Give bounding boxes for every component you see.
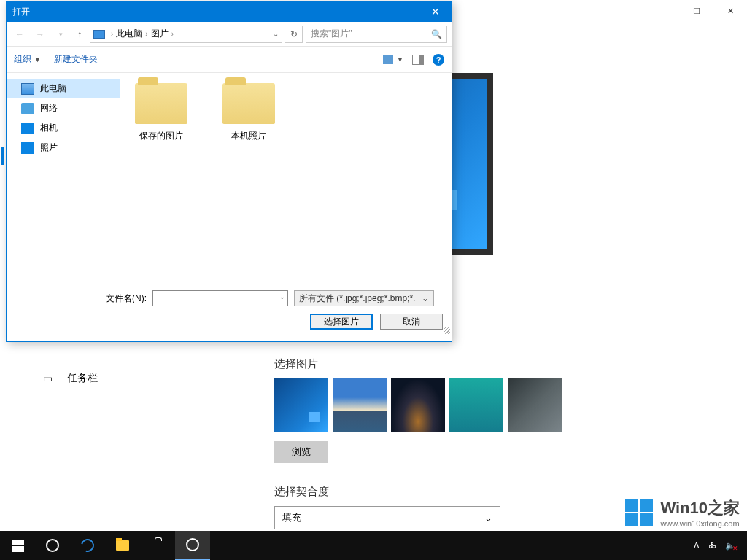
systray: ᐱ 🖧 🔈✕ bbox=[694, 541, 747, 551]
tray-overflow[interactable]: ᐱ bbox=[694, 541, 700, 551]
folder-label: 本机照片 bbox=[215, 130, 282, 142]
store-icon bbox=[152, 540, 163, 551]
edge-icon bbox=[79, 537, 97, 555]
picture-thumbnails bbox=[274, 378, 740, 432]
maximize-icon: ☐ bbox=[693, 7, 700, 16]
search-placeholder: 搜索"图片" bbox=[311, 28, 352, 40]
dialog-footer: 文件名(N): ⌄ 所有文件 (*.jpg;*.jpeg;*.bmp;*. ⌄ … bbox=[7, 284, 452, 335]
view-button[interactable]: ▼ bbox=[382, 55, 403, 65]
preview-pane-button[interactable] bbox=[412, 55, 424, 65]
cortana-button[interactable] bbox=[35, 531, 70, 560]
back-button[interactable]: ← bbox=[11, 26, 28, 43]
settings-sidebar: ▭ 任务栏 bbox=[0, 365, 233, 392]
dialog-close-button[interactable]: ✕ bbox=[419, 1, 452, 22]
edge-button[interactable] bbox=[70, 531, 105, 560]
organize-button[interactable]: 组织 ▼ bbox=[14, 53, 41, 66]
browse-button[interactable]: 浏览 bbox=[274, 441, 328, 463]
search-box[interactable]: 搜索"图片" 🔍 bbox=[306, 26, 447, 43]
choose-picture-title: 选择图片 bbox=[274, 357, 740, 371]
settings-window-controls: — ☐ ✕ bbox=[646, 0, 747, 22]
help-button[interactable]: ? bbox=[433, 54, 444, 66]
photos-icon bbox=[21, 142, 34, 154]
filetype-select[interactable]: 所有文件 (*.jpg;*.jpeg;*.bmp;*. ⌄ bbox=[294, 290, 434, 306]
resize-grip[interactable] bbox=[443, 327, 450, 334]
settings-taskbar-button[interactable] bbox=[175, 531, 210, 560]
network-icon bbox=[21, 103, 34, 114]
filename-input[interactable] bbox=[152, 290, 288, 306]
start-button[interactable] bbox=[0, 531, 35, 560]
dialog-titlebar[interactable]: 打开 ✕ bbox=[7, 1, 452, 22]
filetype-value: 所有文件 (*.jpg;*.jpeg;*.bmp;*. bbox=[299, 292, 415, 305]
crumb-root[interactable]: 此电脑 bbox=[115, 28, 144, 40]
folder-item[interactable]: 保存的图片 bbox=[128, 83, 195, 142]
new-folder-button[interactable]: 新建文件夹 bbox=[54, 53, 98, 66]
chevron-down-icon[interactable]: ⌄ bbox=[279, 293, 285, 300]
cortana-icon bbox=[46, 539, 59, 552]
open-button[interactable]: 选择图片 bbox=[310, 314, 373, 330]
volume-icon[interactable]: 🔈✕ bbox=[725, 541, 735, 551]
tree-photos[interactable]: 照片 bbox=[7, 138, 120, 158]
dialog-nav: ← → ▾ ↑ › 此电脑 › 图片 › ⌄ ↻ 搜索"图片" 🔍 bbox=[7, 22, 452, 47]
minimize-button[interactable]: — bbox=[646, 0, 680, 22]
recent-drop[interactable]: ▾ bbox=[52, 26, 69, 43]
close-button[interactable]: ✕ bbox=[713, 0, 747, 22]
chevron-down-icon: ▼ bbox=[34, 56, 41, 63]
camera-icon bbox=[21, 122, 34, 134]
file-grid[interactable]: 保存的图片 本机照片 bbox=[120, 73, 452, 284]
folder-label: 保存的图片 bbox=[128, 130, 195, 142]
tiles-icon bbox=[382, 55, 394, 65]
tree-network[interactable]: 网络 bbox=[7, 98, 120, 118]
watermark: Win10之家 www.win10xitong.com bbox=[625, 497, 740, 528]
tree-camera[interactable]: 相机 bbox=[7, 118, 120, 138]
thumb-5[interactable] bbox=[508, 378, 562, 432]
chevron-down-icon: ⌄ bbox=[484, 513, 492, 524]
store-button[interactable] bbox=[140, 531, 175, 560]
chevron-down-icon: ⌄ bbox=[422, 293, 429, 303]
close-icon: ✕ bbox=[431, 6, 440, 18]
pc-icon bbox=[21, 83, 34, 95]
sidebar-item-label: 任务栏 bbox=[67, 372, 98, 385]
cancel-button[interactable]: 取消 bbox=[380, 314, 443, 330]
nav-tree: 此电脑 网络 相机 照片 bbox=[7, 73, 120, 284]
file-open-dialog: 打开 ✕ ← → ▾ ↑ › 此电脑 › 图片 › ⌄ ↻ 搜索"图片" 🔍 组… bbox=[6, 1, 452, 342]
network-icon[interactable]: 🖧 bbox=[708, 541, 716, 550]
win10-logo-icon bbox=[625, 499, 653, 526]
sidebar-item-taskbar[interactable]: ▭ 任务栏 bbox=[0, 365, 233, 392]
gear-icon bbox=[186, 538, 199, 551]
folder-icon bbox=[222, 83, 275, 124]
chevron-down-icon: ▼ bbox=[397, 56, 403, 63]
fit-value: 填充 bbox=[282, 511, 301, 524]
crumb-folder[interactable]: 图片 bbox=[150, 28, 170, 40]
windows-icon bbox=[12, 540, 24, 552]
dialog-title: 打开 bbox=[12, 6, 30, 18]
thumb-1[interactable] bbox=[274, 378, 328, 432]
breadcrumb: › 此电脑 › 图片 › bbox=[109, 28, 175, 40]
tree-this-pc[interactable]: 此电脑 bbox=[7, 79, 120, 98]
forward-button[interactable]: → bbox=[31, 26, 49, 43]
thumb-2[interactable] bbox=[333, 378, 387, 432]
taskbar-icon: ▭ bbox=[41, 373, 54, 384]
taskbar: ᐱ 🖧 🔈✕ bbox=[0, 531, 747, 560]
folder-icon bbox=[116, 540, 129, 551]
explorer-button[interactable] bbox=[105, 531, 140, 560]
address-drop-icon[interactable]: ⌄ bbox=[273, 30, 279, 38]
pc-icon bbox=[93, 30, 105, 39]
filename-label: 文件名(N): bbox=[15, 292, 147, 305]
refresh-button[interactable]: ↻ bbox=[285, 26, 303, 43]
thumb-3[interactable] bbox=[391, 378, 445, 432]
search-icon: 🔍 bbox=[431, 29, 442, 39]
thumb-4[interactable] bbox=[449, 378, 503, 432]
minimize-icon: — bbox=[659, 7, 667, 15]
dialog-toolbar: 组织 ▼ 新建文件夹 ▼ ? bbox=[7, 47, 452, 73]
fit-select[interactable]: 填充 ⌄ bbox=[274, 506, 500, 529]
dialog-body: 此电脑 网络 相机 照片 保存的图片 本机照片 bbox=[7, 73, 452, 284]
maximize-button[interactable]: ☐ bbox=[680, 0, 713, 22]
watermark-url: www.win10xitong.com bbox=[660, 519, 740, 528]
up-button[interactable]: ↑ bbox=[72, 26, 87, 43]
address-bar[interactable]: › 此电脑 › 图片 › ⌄ bbox=[90, 26, 282, 43]
close-icon: ✕ bbox=[727, 7, 734, 16]
folder-icon bbox=[135, 83, 187, 124]
watermark-title: Win10之家 bbox=[660, 497, 740, 519]
folder-item[interactable]: 本机照片 bbox=[215, 83, 282, 142]
